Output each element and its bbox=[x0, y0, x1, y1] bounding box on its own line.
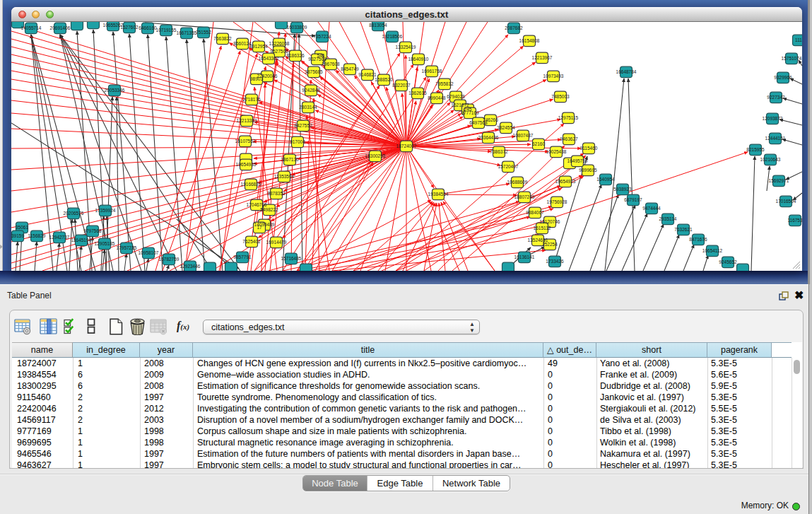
svg-text:116753: 116753 bbox=[787, 218, 802, 223]
svg-text:3867130: 3867130 bbox=[281, 157, 299, 162]
svg-text:16154808: 16154808 bbox=[519, 38, 540, 43]
svg-text:13325419: 13325419 bbox=[396, 45, 416, 49]
svg-text:8322037: 8322037 bbox=[392, 83, 411, 88]
svg-text:16107552: 16107552 bbox=[235, 139, 256, 144]
svg-text:11353594: 11353594 bbox=[274, 174, 295, 179]
svg-text:16033809: 16033809 bbox=[287, 25, 307, 30]
svg-text:18724007: 18724007 bbox=[396, 144, 417, 148]
svg-text:252254: 252254 bbox=[542, 242, 558, 247]
svg-text:15720407: 15720407 bbox=[498, 164, 519, 169]
svg-text:17016504: 17016504 bbox=[776, 199, 796, 204]
svg-text:8660124: 8660124 bbox=[233, 41, 252, 46]
svg-text:5498222: 5498222 bbox=[260, 207, 278, 212]
svg-text:10688609: 10688609 bbox=[507, 180, 528, 185]
svg-text:15716485: 15716485 bbox=[281, 256, 302, 261]
svg-text:7955812: 7955812 bbox=[435, 81, 454, 86]
svg-text:16495759: 16495759 bbox=[567, 158, 588, 163]
svg-text:12942737: 12942737 bbox=[49, 235, 70, 240]
svg-text:9857791: 9857791 bbox=[233, 255, 252, 259]
svg-text:19654923: 19654923 bbox=[555, 179, 576, 184]
svg-text:17: 17 bbox=[257, 225, 262, 230]
svg-text:35061: 35061 bbox=[16, 225, 28, 230]
svg-text:9329966: 9329966 bbox=[774, 75, 792, 80]
svg-text:10025438: 10025438 bbox=[546, 149, 567, 154]
svg-text:20691406: 20691406 bbox=[50, 25, 71, 30]
svg-text:1588520: 1588520 bbox=[375, 77, 393, 82]
svg-text:16782759: 16782759 bbox=[159, 257, 180, 262]
svg-text:3824554: 3824554 bbox=[497, 125, 515, 130]
svg-text:9527506: 9527506 bbox=[270, 49, 288, 54]
svg-text:16914479: 16914479 bbox=[266, 240, 287, 245]
svg-text:10973493: 10973493 bbox=[543, 74, 564, 78]
svg-text:12093872: 12093872 bbox=[763, 116, 783, 121]
svg-text:17046766: 17046766 bbox=[247, 202, 267, 207]
svg-text:9463627: 9463627 bbox=[560, 136, 578, 141]
svg-text:9474444: 9474444 bbox=[642, 206, 661, 211]
svg-text:9245652: 9245652 bbox=[719, 259, 737, 264]
svg-text:9884067: 9884067 bbox=[526, 210, 544, 215]
svg-text:8990448: 8990448 bbox=[428, 95, 446, 100]
svg-text:2803144: 2803144 bbox=[299, 105, 317, 110]
svg-text:2718176: 2718176 bbox=[242, 97, 261, 102]
svg-text:62160: 62160 bbox=[532, 141, 545, 146]
svg-text:751552: 751552 bbox=[196, 30, 211, 35]
svg-text:19384554: 19384554 bbox=[428, 192, 449, 197]
svg-text:13226058: 13226058 bbox=[269, 41, 290, 46]
svg-text:9777169: 9777169 bbox=[461, 110, 479, 115]
svg-text:1615112: 1615112 bbox=[534, 226, 551, 230]
svg-text:1733426: 1733426 bbox=[546, 259, 564, 264]
svg-text:16120746: 16120746 bbox=[540, 219, 560, 224]
svg-text:7485003: 7485003 bbox=[551, 94, 570, 99]
svg-text:2967608: 2967608 bbox=[322, 62, 340, 66]
svg-text:18807249: 18807249 bbox=[514, 194, 535, 199]
svg-text:8471676: 8471676 bbox=[689, 237, 707, 242]
svg-text:17957225: 17957225 bbox=[117, 245, 137, 250]
svg-text:7663822: 7663822 bbox=[213, 36, 232, 41]
svg-text:2935114: 2935114 bbox=[659, 216, 677, 221]
svg-text:98903: 98903 bbox=[250, 76, 263, 81]
svg-text:16136141: 16136141 bbox=[514, 255, 535, 259]
svg-text:7632621: 7632621 bbox=[674, 227, 693, 232]
svg-text:15692971: 15692971 bbox=[769, 178, 789, 183]
svg-text:19218506: 19218506 bbox=[382, 34, 403, 39]
svg-text:12213967: 12213967 bbox=[532, 55, 553, 60]
svg-text:12444151: 12444151 bbox=[765, 136, 786, 141]
svg-text:20206576: 20206576 bbox=[64, 211, 84, 216]
svg-text:6879197: 6879197 bbox=[624, 197, 642, 202]
svg-text:7625402: 7625402 bbox=[242, 239, 261, 244]
svg-text:917004: 917004 bbox=[290, 139, 305, 144]
svg-text:16648784: 16648784 bbox=[616, 69, 637, 74]
svg-text:9242848: 9242848 bbox=[302, 88, 320, 93]
svg-text:3875685: 3875685 bbox=[305, 69, 323, 74]
svg-text:9797568: 9797568 bbox=[83, 228, 102, 233]
svg-text:8186326: 8186326 bbox=[286, 53, 305, 58]
svg-text:15751074: 15751074 bbox=[782, 56, 802, 61]
svg-text:1527602: 1527602 bbox=[120, 25, 139, 30]
svg-text:1156829: 1156829 bbox=[28, 233, 46, 238]
svg-text:6466160: 6466160 bbox=[139, 25, 157, 30]
svg-text:10807487: 10807487 bbox=[513, 133, 534, 138]
svg-text:5938923: 5938923 bbox=[613, 187, 632, 192]
svg-text:2087682: 2087682 bbox=[505, 25, 523, 30]
svg-text:19166825: 19166825 bbox=[241, 182, 261, 187]
svg-text:19756928: 19756928 bbox=[547, 199, 567, 204]
svg-text:8454749: 8454749 bbox=[341, 66, 359, 71]
svg-text:9327508: 9327508 bbox=[308, 57, 326, 62]
svg-text:12923446: 12923446 bbox=[180, 264, 201, 269]
svg-text:14055714: 14055714 bbox=[21, 25, 42, 30]
svg-text:7357224: 7357224 bbox=[313, 34, 331, 39]
svg-text:10654112: 10654112 bbox=[702, 248, 723, 253]
svg-text:8878352: 8878352 bbox=[267, 191, 286, 196]
svg-text:10210643: 10210643 bbox=[760, 157, 781, 162]
svg-text:17359924: 17359924 bbox=[95, 208, 116, 213]
svg-text:1640954: 1640954 bbox=[596, 177, 615, 182]
svg-text:16961758: 16961758 bbox=[422, 69, 442, 74]
svg-text:10958107: 10958107 bbox=[139, 250, 159, 255]
svg-text:9227342: 9227342 bbox=[767, 95, 785, 100]
svg-text:12905185: 12905185 bbox=[95, 241, 115, 246]
svg-text:20364436: 20364436 bbox=[478, 135, 499, 140]
svg-text:6794028: 6794028 bbox=[447, 94, 465, 99]
svg-text:9899695: 9899695 bbox=[579, 168, 597, 173]
svg-text:20053346: 20053346 bbox=[105, 88, 125, 93]
svg-text:12213383: 12213383 bbox=[237, 118, 257, 123]
